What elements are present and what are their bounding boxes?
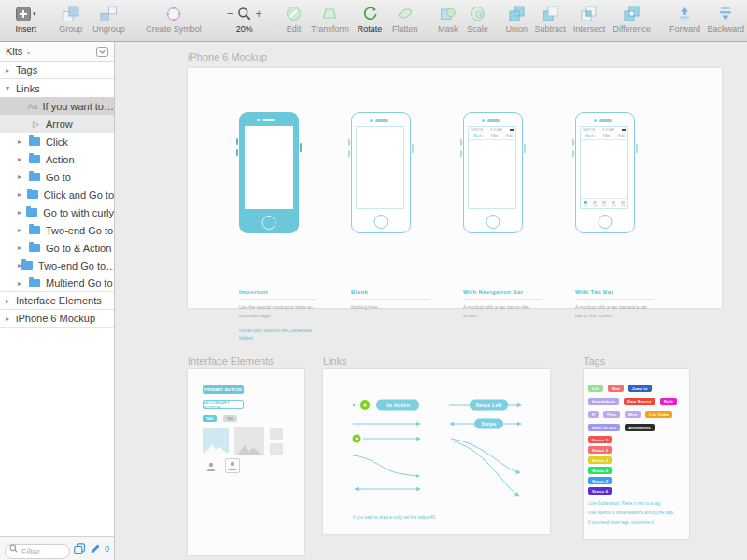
union-button[interactable]: Union [501,4,531,39]
sidebar-item-arrow[interactable]: ▷Arrow [0,115,114,133]
tag-pill-primary[interactable]: TAG [203,415,217,422]
mockup-caption: Blank Nothing here... [351,289,430,312]
chevron-right-icon[interactable]: ▸ [18,137,29,146]
tag-pill[interactable]: Then [603,411,620,418]
iphone-mockup-navbar[interactable]: SKETCH 9:41 AM ‹ Back Title Edit [463,112,523,233]
tag-pill[interactable]: List Order [645,411,672,418]
tag-pill[interactable]: Status 5 [588,477,612,484]
sidebar-item-go-to-with-curly[interactable]: ▸Go to with curly [0,203,114,221]
difference-button[interactable]: Difference [610,4,655,39]
filter-field[interactable] [5,541,70,556]
tag-pill[interactable]: Else [625,411,641,418]
image-placeholder[interactable] [234,427,264,455]
person-icon [227,460,238,471]
subtract-button[interactable]: Subtract [531,4,569,39]
tag-pill[interactable]: Status 3 [588,456,612,464]
page-list-toggle-icon[interactable] [96,47,108,57]
edit-button[interactable]: Edit [281,4,307,39]
iphone-mockup-tabbar[interactable]: SKETCH 9:41 AM ‹ Back Title Edit [575,112,635,233]
curly-goto-line[interactable] [353,455,419,476]
zoom-in-button[interactable]: + [255,7,262,20]
layers-sidebar: Kits ⌄ ▸Tags▾LinksAaIf you want to…▷Arro… [0,42,115,560]
zoom-out-button[interactable]: − [227,7,234,20]
forward-button[interactable]: Forward [666,4,705,39]
avatar[interactable] [225,458,240,473]
sidebar-item-go-to-action[interactable]: ▸Go to & Action [0,239,114,257]
pages-view-icon[interactable] [74,543,86,554]
artboard-tags[interactable]: InfoHintJump toInteractionsData SourceSt… [584,369,689,539]
sidebar-item-two-end-go-to[interactable]: ▸Two-end Go to… [0,257,114,274]
create-symbol-button[interactable]: Create Symbol [143,4,204,39]
sidebar-item-multiend-go-to[interactable]: ▸Multiend Go to [0,274,114,292]
tag-pill[interactable]: Status 4 [588,467,612,474]
iphone-mockup-filled[interactable] [239,112,299,233]
sidebar-item-tags[interactable]: ▸Tags [0,62,114,79]
tag-pill[interactable]: Data Source [624,398,655,405]
ungroup-button[interactable]: Ungroup [88,4,131,39]
chevron-right-icon[interactable]: ▸ [6,66,16,75]
sidebar-item-click-and-go-to[interactable]: ▸Click and Go to [0,186,114,203]
tag-pill[interactable]: Jump to [628,385,652,392]
folder-icon [29,279,40,287]
rotate-button[interactable]: Rotate [353,4,387,39]
sidebar-item-click[interactable]: ▸Click [0,133,114,150]
tag-pill[interactable]: Style [660,398,678,405]
tag-pill[interactable]: Status 6 [588,487,612,495]
chevron-right-icon[interactable]: ▸ [18,173,29,181]
image-placeholder[interactable] [270,428,283,440]
group-button[interactable]: Group [54,4,88,39]
chevron-down-icon[interactable]: ▾ [6,84,16,92]
primary-button[interactable]: PRIMARY BUTTON [203,385,244,394]
artboard-label-iphone6[interactable]: iPhone 6 Mockup [188,51,267,63]
chevron-right-icon[interactable]: ▸ [18,155,29,163]
kits-header[interactable]: Kits ⌄ [0,42,114,62]
chevron-right-icon[interactable]: ▸ [6,315,16,323]
tag-pill-secondary[interactable]: TAG [223,415,237,422]
avatar[interactable] [204,460,217,472]
tag-pill[interactable]: Status 1 [588,436,612,443]
artboard-label-interface-elements[interactable]: Interface Elements [188,356,274,367]
insert-button[interactable]: ▾ Insert [6,4,47,39]
mask-button[interactable]: Mask [433,4,463,39]
artboard-interface-elements[interactable]: PRIMARY BUTTON SECONDARY BUTTON TAG TAG [188,369,304,555]
chevron-right-icon[interactable]: ▸ [6,297,16,305]
artboard-label-links[interactable]: Links [323,356,347,367]
tag-pill[interactable]: Info [588,385,603,392]
artboard-iphone6[interactable]: Important Use the special mockup to show… [188,68,722,308]
transform-button[interactable]: Transform [306,4,353,39]
artboard-links[interactable]: An Action Swipe Left Swipe [323,369,550,534]
sidebar-item-two-end-go-to[interactable]: ▸Two-end Go to [0,221,114,239]
sidebar-item-action[interactable]: ▸Action [0,150,114,168]
backward-button[interactable]: Backward [704,4,747,39]
image-placeholder[interactable] [203,428,229,453]
secondary-button[interactable]: SECONDARY BUTTON [203,400,244,409]
chevron-right-icon[interactable]: ▸ [18,244,29,252]
zoom-control[interactable]: − + 20% [219,4,270,39]
canvas[interactable]: iPhone 6 Mockup Important Use the specia… [116,42,747,560]
flatten-button[interactable]: Flatten [387,4,424,39]
chevron-right-icon[interactable]: ▸ [18,190,27,199]
sidebar-item-links[interactable]: ▾Links [0,79,114,97]
chevron-right-icon[interactable]: ▸ [18,208,26,217]
sidebar-item-iphone-6-mockup[interactable]: ▸iPhone 6 Mockup [0,310,114,328]
tag-pill[interactable]: Refer to Doc [588,424,620,431]
artboard-label-tags[interactable]: Tags [584,356,605,367]
pencil-icon[interactable] [90,543,101,554]
chevron-right-icon[interactable]: ▸ [18,226,29,234]
image-placeholder[interactable] [270,443,283,455]
tag-pill[interactable]: Status 2 [588,446,612,454]
tag-pill[interactable]: Interactions [588,398,619,405]
sidebar-item-if-you-want-to[interactable]: AaIf you want to… [0,97,114,115]
scale-button[interactable]: Scale [463,4,493,39]
forward-label: Forward [669,24,700,34]
tag-pill[interactable]: Hint [608,385,624,392]
dot-icon [353,404,355,406]
tag-pill[interactable]: Animations [625,424,655,431]
intersect-button[interactable]: Intersect [569,4,610,39]
tag-pill[interactable]: If [588,411,599,418]
sidebar-item-label: Multiend Go to [46,277,113,288]
sidebar-item-interface-elements[interactable]: ▸Interface Elements [0,292,114,310]
chevron-right-icon[interactable]: ▸ [18,279,29,287]
sidebar-item-go-to[interactable]: ▸Go to [0,168,114,186]
iphone-mockup-blank[interactable] [351,112,411,233]
